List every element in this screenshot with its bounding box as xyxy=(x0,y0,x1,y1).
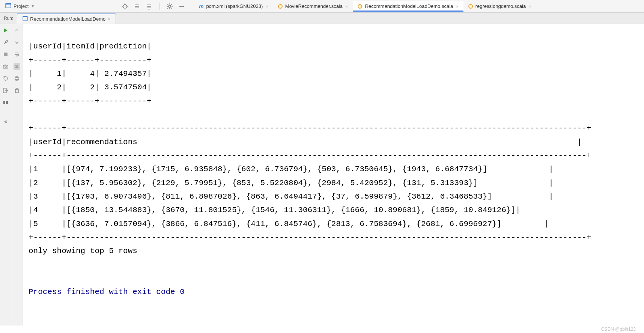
run-config-icon xyxy=(23,16,28,22)
svg-marker-25 xyxy=(4,29,8,32)
svg-rect-37 xyxy=(16,77,18,78)
svg-rect-39 xyxy=(15,89,18,93)
project-icon xyxy=(5,3,11,10)
console-line: only showing top 5 rows xyxy=(29,247,137,255)
wrench-icon[interactable] xyxy=(2,39,9,46)
tab-label: pom.xml (sparkGNU2023) xyxy=(206,3,263,9)
camera-icon[interactable] xyxy=(2,63,9,70)
console-line: |userId|itemId|prediction| xyxy=(29,42,152,51)
run-tab[interactable]: RecommendationModelLoadDemo × xyxy=(17,14,116,24)
main-area: |userId|itemId|prediction| +------+-----… xyxy=(0,24,644,325)
soft-wrap-icon[interactable] xyxy=(14,51,20,58)
console-line: | 2| 2| 3.5747504| xyxy=(29,83,152,92)
run-gutter-left xyxy=(0,24,11,325)
console-line: +------+--------------------------------… xyxy=(29,233,591,242)
console-line: |4 |[{1850, 13.544883}, {3670, 11.801525… xyxy=(29,206,521,214)
svg-rect-24 xyxy=(23,16,27,17)
top-toolbar: Project ▼ m pom.xml (sparkGNU2023) × Mov… xyxy=(0,0,644,13)
console-line: |5 |[{3636, 7.0157094}, {3866, 6.847516}… xyxy=(29,220,549,228)
down-arrow-icon[interactable] xyxy=(14,39,20,46)
svg-point-28 xyxy=(5,66,6,68)
watermark: CSDN @pblh123 xyxy=(601,327,636,332)
svg-line-18 xyxy=(168,4,169,5)
tab-regression-demo[interactable]: regressiongdemo.scala × xyxy=(463,1,536,12)
console-output[interactable]: |userId|itemId|prediction| +------+-----… xyxy=(23,24,644,325)
console-line: | 1| 4| 2.7494357| xyxy=(29,69,152,78)
console-line: +------+------+----------+ xyxy=(29,56,152,65)
scroll-to-end-icon[interactable] xyxy=(14,63,20,70)
svg-rect-27 xyxy=(3,65,8,68)
rerun-icon[interactable] xyxy=(2,27,9,34)
run-bar: Run: RecommendationModelLoadDemo × xyxy=(0,13,644,24)
svg-rect-29 xyxy=(5,65,6,65)
svg-marker-30 xyxy=(3,76,5,78)
console-line: |3 |[{1793, 6.9073496}, {811, 6.8987026}… xyxy=(29,192,554,201)
tab-label: MovieRecommender.scala xyxy=(285,3,343,9)
svg-rect-26 xyxy=(4,53,8,56)
project-dropdown[interactable]: Project ▼ xyxy=(3,2,37,11)
svg-rect-1 xyxy=(6,3,11,5)
console-line: +------+--------------------------------… xyxy=(29,124,591,133)
print-icon[interactable] xyxy=(14,75,20,82)
maven-icon: m xyxy=(199,4,204,9)
tab-movie-recommender[interactable]: MovieRecommender.scala × xyxy=(273,1,353,12)
trash-icon[interactable] xyxy=(14,87,20,94)
project-label: Project xyxy=(14,3,29,9)
pin-icon[interactable] xyxy=(2,119,9,125)
tab-pom-xml[interactable]: m pom.xml (sparkGNU2023) × xyxy=(194,1,273,12)
svg-line-19 xyxy=(171,8,172,8)
svg-line-20 xyxy=(168,8,169,8)
close-icon[interactable]: × xyxy=(266,4,268,9)
footer: CSDN @pblh123 xyxy=(0,325,644,333)
svg-point-2 xyxy=(123,5,127,8)
up-arrow-icon[interactable] xyxy=(14,27,20,34)
console-line: |2 |[{137, 5.956302}, {2129, 5.79951}, {… xyxy=(29,179,554,187)
target-icon[interactable] xyxy=(122,3,128,10)
exit-icon[interactable] xyxy=(2,87,9,94)
console-line: +------+------+----------+ xyxy=(29,97,152,105)
collapse-all-icon[interactable] xyxy=(146,3,152,10)
close-icon[interactable]: × xyxy=(456,4,458,9)
tab-label: RecommendationModelLoadDemo.scala xyxy=(365,3,453,9)
separator xyxy=(159,3,159,10)
svg-line-21 xyxy=(171,4,172,5)
expand-all-icon[interactable] xyxy=(134,3,140,10)
stop-icon[interactable] xyxy=(2,51,9,58)
console-line: |1 |[{974, 7.199233}, {1715, 6.935848}, … xyxy=(29,165,554,173)
tab-label: regressiongdemo.scala xyxy=(475,3,526,9)
svg-rect-33 xyxy=(6,101,8,104)
svg-point-13 xyxy=(169,5,171,8)
run-label: Run: xyxy=(2,13,17,24)
gear-icon[interactable] xyxy=(166,3,173,10)
scala-object-icon xyxy=(468,4,473,9)
scala-object-icon xyxy=(357,4,363,9)
svg-rect-32 xyxy=(3,101,5,104)
console-gutter xyxy=(11,24,23,325)
restart-icon[interactable] xyxy=(2,75,9,82)
toolbar-icons xyxy=(122,3,185,10)
hide-icon[interactable] xyxy=(178,3,185,10)
close-icon[interactable]: × xyxy=(346,4,348,9)
close-icon[interactable]: × xyxy=(529,4,531,9)
chevron-down-icon: ▼ xyxy=(31,4,35,8)
layout-icon[interactable] xyxy=(2,99,9,106)
tab-recommendation-model-load-demo[interactable]: RecommendationModelLoadDemo.scala × xyxy=(353,1,463,12)
console-line: +------+--------------------------------… xyxy=(29,151,591,160)
exit-code-line: Process finished with exit code 0 xyxy=(29,288,185,296)
run-tab-label: RecommendationModelLoadDemo xyxy=(30,16,105,22)
close-icon[interactable]: × xyxy=(108,17,110,21)
console-line: |userId|recommendations | xyxy=(29,138,582,146)
scala-object-icon xyxy=(278,4,283,9)
editor-tab-bar: m pom.xml (sparkGNU2023) × MovieRecommen… xyxy=(194,1,536,12)
